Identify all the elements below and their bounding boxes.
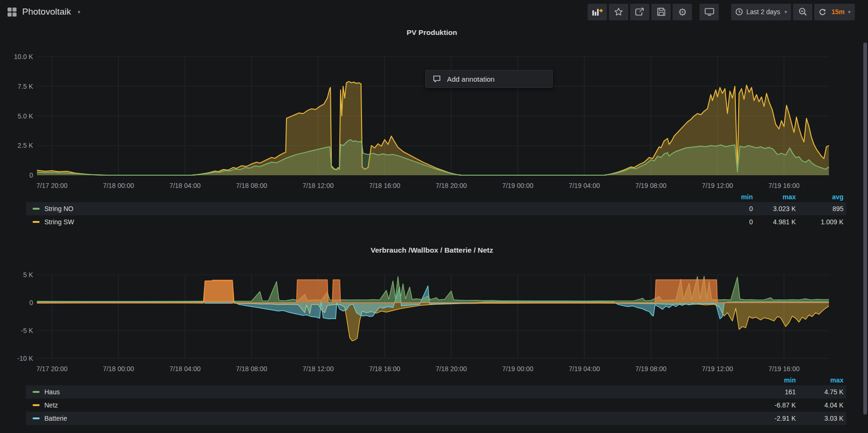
legend-header-row: minmax	[26, 375, 846, 385]
refresh-button[interactable]: 15m ▾	[814, 4, 855, 20]
legend-value: 4.981 K	[756, 218, 799, 226]
legend-swatch	[33, 391, 40, 393]
y-axis-tick-label: 0	[29, 171, 33, 179]
star-icon	[614, 8, 623, 16]
dashboard-grid-icon	[8, 8, 17, 17]
tv-mode-button[interactable]	[699, 4, 719, 20]
share-icon	[635, 8, 644, 16]
legend-value: -2.91 K	[756, 415, 799, 422]
add-panel-button[interactable]	[588, 4, 607, 20]
x-axis-tick-label: 7/19 08:00	[635, 182, 666, 189]
x-axis-tick-label: 7/19 16:00	[768, 182, 800, 189]
x-axis-tick-label: 7/18 00:00	[103, 182, 134, 189]
verbrauch-chart[interactable]: 5 K0-5 K-10 K7/17 20:007/18 00:007/18 04…	[0, 257, 864, 375]
legend-value: 0	[717, 218, 756, 226]
x-axis-tick-label: 7/19 04:00	[569, 182, 600, 189]
settings-button[interactable]: ⚙	[673, 4, 692, 20]
legend-header-avg[interactable]: avg	[799, 193, 846, 201]
legend-row: Batterie-2.91 K3.03 K	[26, 412, 846, 425]
legend-series-label[interactable]: Haus	[44, 388, 756, 396]
legend-value: 1.009 K	[799, 218, 846, 226]
y-axis-tick-label: 2.5 K	[17, 142, 33, 149]
chevron-down-icon: ▾	[848, 9, 851, 15]
legend-series-label[interactable]: Batterie	[44, 415, 756, 422]
legend-header-min[interactable]: min	[756, 376, 799, 384]
legend-row: String NO03.023 K895	[26, 202, 846, 215]
x-axis-tick-label: 7/19 04:00	[569, 365, 600, 373]
time-range-picker[interactable]: Last 2 days ▾	[731, 4, 791, 20]
legend-swatch	[33, 417, 40, 419]
x-axis-tick-label: 7/18 12:00	[303, 365, 334, 373]
legend-series-label[interactable]: Netz	[44, 401, 756, 409]
x-axis-tick-label: 7/18 00:00	[103, 365, 134, 373]
save-icon	[657, 8, 666, 16]
share-button[interactable]	[630, 4, 649, 20]
legend-value: 0	[717, 205, 756, 212]
legend-header-row: minmaxavg	[26, 192, 846, 202]
star-button[interactable]	[609, 4, 628, 20]
y-axis-tick-label: 5.0 K	[17, 112, 33, 120]
x-axis-tick-label: 7/19 08:00	[635, 365, 666, 373]
legend-value: 3.023 K	[756, 205, 799, 212]
x-axis-tick-label: 7/18 04:00	[169, 365, 201, 373]
legend-header-max[interactable]: max	[799, 376, 846, 384]
zoom-out-button[interactable]	[793, 4, 812, 20]
save-button[interactable]	[651, 4, 671, 20]
x-axis-tick-label: 7/18 08:00	[236, 365, 267, 373]
legend-value: 895	[799, 205, 846, 212]
add-annotation-menu-item[interactable]: Add annotation	[425, 70, 553, 88]
y-axis-tick-label: -10 K	[17, 355, 34, 362]
legend-series-label[interactable]: String NO	[44, 205, 717, 212]
page-scrollbar-thumb[interactable]	[863, 42, 867, 415]
zoom-out-icon	[799, 8, 807, 16]
x-axis-tick-label: 7/17 20:00	[36, 365, 67, 373]
legend-row: String SW04.981 K1.009 K	[26, 215, 846, 229]
navbar-actions: ⚙ Last 2 days ▾	[586, 4, 868, 20]
legend-pv-produktion: minmaxavgString NO03.023 K895String SW04…	[26, 192, 846, 229]
x-axis-tick-label: 7/18 16:00	[369, 365, 400, 373]
x-axis-tick-label: 7/18 04:00	[169, 182, 201, 189]
dashboard-title: Photovoltaik	[22, 7, 71, 17]
legend-value: 3.03 K	[799, 415, 846, 422]
legend-swatch	[33, 404, 40, 406]
legend-header-min[interactable]: min	[717, 193, 756, 201]
refresh-interval-label: 15m	[831, 8, 844, 16]
y-axis-tick-label: 10.0 K	[14, 53, 34, 60]
chevron-down-icon: ▾	[784, 9, 787, 15]
x-axis-tick-label: 7/18 16:00	[369, 182, 400, 189]
legend-value: -6.87 K	[756, 401, 799, 409]
panel-title-verbrauch[interactable]: Verbrauch /Wallbox / Batterie / Netz	[0, 246, 864, 255]
navbar: Photovoltaik ▾	[0, 0, 868, 24]
y-axis-tick-label: -5 K	[21, 327, 33, 334]
legend-value: 161	[756, 388, 799, 396]
comment-bubble-icon	[433, 75, 441, 83]
y-axis-tick-label: 7.5 K	[17, 83, 33, 90]
add-annotation-label: Add annotation	[447, 75, 495, 83]
legend-header-max[interactable]: max	[756, 193, 799, 201]
grafana-dashboard: Photovoltaik ▾	[0, 0, 868, 433]
x-axis-tick-label: 7/18 20:00	[436, 365, 467, 373]
panel-title-pv-produktion[interactable]: PV Produktion	[0, 28, 864, 37]
time-range-label: Last 2 days	[746, 8, 780, 16]
legend-verbrauch: minmaxHaus1614.75 KNetz-6.87 K4.04 KBatt…	[26, 375, 846, 425]
x-axis-tick-label: 7/19 00:00	[502, 365, 533, 373]
dashboard-title-picker[interactable]: Photovoltaik ▾	[8, 7, 80, 17]
x-axis-tick-label: 7/19 00:00	[502, 182, 533, 189]
settings-gear-icon: ⚙	[678, 7, 687, 17]
legend-row: Haus1614.75 K	[26, 385, 846, 399]
tv-mode-icon	[705, 8, 714, 16]
legend-value: 4.75 K	[799, 388, 846, 396]
legend-value: 4.04 K	[799, 401, 846, 409]
y-axis-tick-label: 0	[29, 299, 33, 306]
legend-swatch	[33, 208, 40, 210]
x-axis-tick-label: 7/19 12:00	[702, 365, 733, 373]
x-axis-tick-label: 7/18 12:00	[303, 182, 334, 189]
x-axis-tick-label: 7/19 16:00	[768, 365, 800, 373]
x-axis-tick-label: 7/19 12:00	[702, 182, 733, 189]
legend-swatch	[33, 221, 40, 223]
x-axis-tick-label: 7/18 08:00	[236, 182, 267, 189]
chevron-down-icon: ▾	[78, 9, 81, 15]
pv-produktion-chart[interactable]: 10.0 K7.5 K5.0 K2.5 K07/17 20:007/18 00:…	[0, 45, 864, 192]
clock-icon	[735, 8, 743, 16]
legend-series-label[interactable]: String SW	[44, 218, 717, 226]
